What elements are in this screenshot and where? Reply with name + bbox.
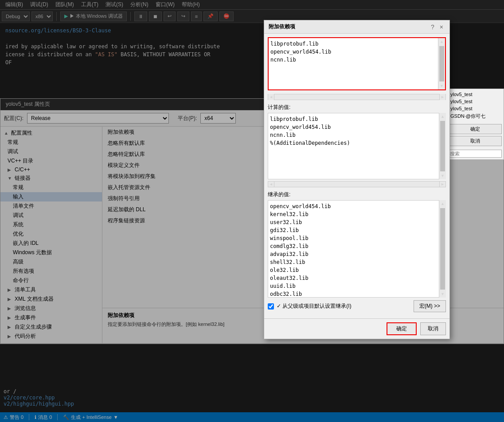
edit-scrollbar: ▲ ▼ bbox=[438, 38, 445, 89]
inh-10: oleaut32.lib bbox=[270, 274, 438, 282]
side-item-1[interactable]: ylov5_test bbox=[449, 91, 502, 98]
dialog-close-button[interactable]: × bbox=[438, 23, 445, 31]
dialog-body: libprotobuf.lib opencv_world454.lib ncnn… bbox=[264, 34, 449, 318]
computed-box: libprotobuf.lib opencv_world454.lib ncnn… bbox=[268, 113, 446, 179]
side-item-3[interactable]: ylov5_test bbox=[449, 105, 502, 112]
edit-box-main[interactable]: libprotobuf.lib opencv_world454.lib ncnn… bbox=[268, 37, 446, 90]
inh-3: user32.lib bbox=[270, 218, 438, 226]
computed-line-3: ncnn.lib bbox=[270, 131, 438, 139]
scroll-down-arrow[interactable]: ▼ bbox=[438, 82, 445, 89]
inh-7: advapi32.lib bbox=[270, 250, 438, 258]
inh-8: shell32.lib bbox=[270, 258, 438, 266]
inh-2: kernel32.lib bbox=[270, 210, 438, 218]
scroll-thumb bbox=[439, 46, 444, 81]
computed-scrollbar: ▲ ▼ bbox=[439, 113, 446, 179]
additional-deps-dialog: 附加依赖项 ? × libprotobuf.lib opencv_world45… bbox=[264, 20, 450, 339]
inh-scroll-thumb bbox=[440, 208, 445, 290]
computed-scroll-up[interactable]: ▲ bbox=[439, 113, 446, 120]
scroll-left-arrow[interactable]: ◄ bbox=[268, 94, 274, 100]
inherited-container: opencv_world454.lib kernel32.lib user32.… bbox=[268, 200, 446, 298]
inherit-checkbox[interactable] bbox=[268, 303, 274, 310]
computed-horiz-scrollbar: ◄ ► bbox=[268, 181, 446, 187]
inh-12: odbc32.lib bbox=[270, 290, 438, 298]
dialog-title-text: 附加依赖项 bbox=[269, 23, 295, 31]
dialog-help-button[interactable]: ? bbox=[429, 23, 436, 31]
computed-line-4: %(AdditionalDependencies) bbox=[270, 139, 438, 147]
comp-scroll-right[interactable]: ► bbox=[439, 181, 445, 187]
side-item-2[interactable]: ylov5_test bbox=[449, 98, 502, 105]
computed-scroll-thumb bbox=[440, 121, 445, 171]
inherit-label: ✓ 从父级或项目默认设置继承(I) bbox=[277, 302, 352, 310]
inherited-label: 继承的值: bbox=[268, 191, 446, 198]
dialog-title-bar: 附加依赖项 ? × bbox=[264, 20, 449, 34]
computed-container: libprotobuf.lib opencv_world454.lib ncnn… bbox=[268, 113, 446, 179]
horiz-scrollbar: ◄ ► bbox=[268, 94, 446, 100]
inh-6: comdlg32.lib bbox=[270, 242, 438, 250]
computed-scroll-down[interactable]: ▼ bbox=[439, 172, 446, 179]
inh-4: gdi32.lib bbox=[270, 226, 438, 234]
side-search-input[interactable] bbox=[449, 150, 502, 158]
inherit-checkbox-row: ✓ 从父级或项目默认设置继承(I) 宏(M) >> bbox=[268, 300, 446, 312]
computed-line-1: libprotobuf.lib bbox=[270, 115, 438, 123]
macro-button[interactable]: 宏(M) >> bbox=[414, 300, 446, 312]
inh-1: opencv_world454.lib bbox=[270, 202, 438, 210]
comp-scroll-left[interactable]: ◄ bbox=[268, 181, 274, 187]
inh-scroll-up[interactable]: ▲ bbox=[439, 200, 446, 207]
side-panel: ylov5_test ylov5_test ylov5_test GSDN·@你… bbox=[446, 89, 504, 160]
cancel-dialog-button[interactable]: 取消 bbox=[420, 322, 446, 335]
side-item-4[interactable]: GSDN·@你可七 bbox=[449, 112, 502, 120]
scroll-up-arrow[interactable]: ▲ bbox=[438, 38, 445, 45]
dialog-buttons: 确定 取消 bbox=[264, 318, 449, 339]
inherited-box: opencv_world454.lib kernel32.lib user32.… bbox=[268, 200, 446, 298]
inherited-scrollbar: ▲ ▼ bbox=[439, 200, 446, 298]
confirm-button[interactable]: 确定 bbox=[387, 322, 417, 335]
inh-11: uuid.lib bbox=[270, 282, 438, 290]
inh-9: ole32.lib bbox=[270, 266, 438, 274]
computed-line-2: opencv_world454.lib bbox=[270, 123, 438, 131]
inh-5: winspool.lib bbox=[270, 234, 438, 242]
side-confirm-btn[interactable]: 确定 bbox=[449, 124, 502, 134]
scroll-right-arrow[interactable]: ► bbox=[439, 94, 445, 100]
inh-scroll-down[interactable]: ▼ bbox=[439, 290, 446, 298]
deps-textarea[interactable]: libprotobuf.lib opencv_world454.lib ncnn… bbox=[270, 40, 443, 88]
computed-label: 计算的值: bbox=[268, 104, 446, 111]
side-cancel-btn[interactable]: 取消 bbox=[449, 136, 502, 146]
dialog-title-buttons: ? × bbox=[429, 23, 445, 31]
